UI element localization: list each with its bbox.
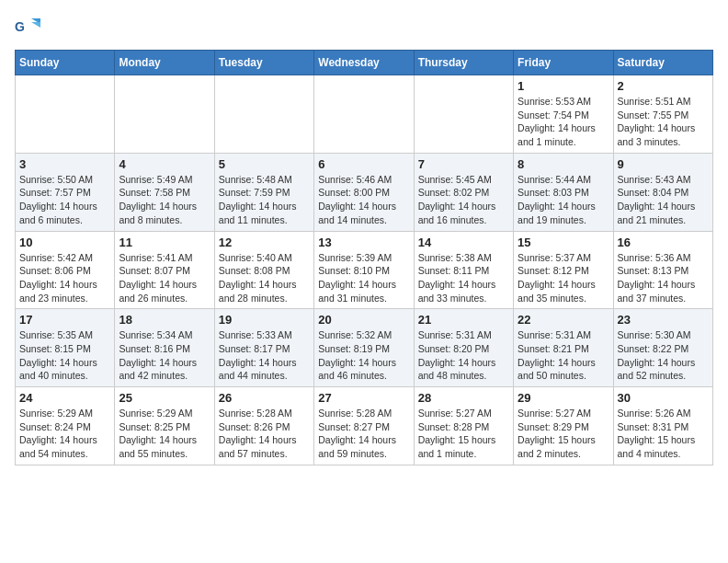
calendar-cell: 11Sunrise: 5:41 AM Sunset: 8:07 PM Dayli… — [115, 231, 214, 309]
day-info: Sunrise: 5:28 AM Sunset: 8:27 PM Dayligh… — [318, 407, 409, 461]
day-info: Sunrise: 5:29 AM Sunset: 8:24 PM Dayligh… — [19, 407, 110, 461]
day-info: Sunrise: 5:51 AM Sunset: 7:55 PM Dayligh… — [618, 95, 709, 149]
calendar-cell: 4Sunrise: 5:49 AM Sunset: 7:58 PM Daylig… — [115, 153, 214, 231]
day-info: Sunrise: 5:28 AM Sunset: 8:26 PM Dayligh… — [219, 407, 310, 461]
day-info: Sunrise: 5:33 AM Sunset: 8:17 PM Dayligh… — [219, 328, 310, 383]
day-info: Sunrise: 5:41 AM Sunset: 8:07 PM Dayligh… — [119, 251, 210, 305]
calendar-cell: 26Sunrise: 5:28 AM Sunset: 8:26 PM Dayli… — [214, 387, 313, 465]
day-number: 5 — [219, 157, 310, 171]
day-info: Sunrise: 5:40 AM Sunset: 8:08 PM Dayligh… — [219, 251, 310, 305]
day-info: Sunrise: 5:29 AM Sunset: 8:25 PM Dayligh… — [119, 407, 210, 461]
day-header-saturday: Saturday — [613, 51, 712, 75]
day-number: 20 — [318, 313, 409, 327]
day-header-wednesday: Wednesday — [314, 51, 414, 75]
day-info: Sunrise: 5:46 AM Sunset: 8:00 PM Dayligh… — [318, 173, 409, 227]
day-number: 29 — [518, 391, 609, 405]
calendar-cell: 23Sunrise: 5:30 AM Sunset: 8:22 PM Dayli… — [613, 309, 712, 387]
calendar-cell — [115, 75, 214, 154]
day-number: 15 — [518, 236, 609, 249]
day-info: Sunrise: 5:44 AM Sunset: 8:03 PM Dayligh… — [518, 173, 609, 227]
calendar-cell: 7Sunrise: 5:45 AM Sunset: 8:02 PM Daylig… — [414, 153, 513, 231]
day-number: 6 — [318, 157, 409, 171]
day-info: Sunrise: 5:31 AM Sunset: 8:20 PM Dayligh… — [418, 328, 509, 383]
day-number: 11 — [119, 236, 210, 249]
day-number: 19 — [219, 313, 310, 327]
day-info: Sunrise: 5:45 AM Sunset: 8:02 PM Dayligh… — [418, 173, 509, 227]
day-number: 22 — [518, 313, 609, 327]
day-number: 3 — [19, 157, 110, 171]
calendar-cell: 29Sunrise: 5:27 AM Sunset: 8:29 PM Dayli… — [514, 387, 613, 465]
day-number: 28 — [418, 391, 509, 405]
calendar-cell: 30Sunrise: 5:26 AM Sunset: 8:31 PM Dayli… — [613, 387, 712, 465]
calendar-cell: 17Sunrise: 5:35 AM Sunset: 8:15 PM Dayli… — [16, 309, 115, 387]
calendar-cell: 5Sunrise: 5:48 AM Sunset: 7:59 PM Daylig… — [214, 153, 313, 231]
calendar-cell: 28Sunrise: 5:27 AM Sunset: 8:28 PM Dayli… — [414, 387, 513, 465]
day-info: Sunrise: 5:26 AM Sunset: 8:31 PM Dayligh… — [618, 407, 709, 461]
day-info: Sunrise: 5:49 AM Sunset: 7:58 PM Dayligh… — [119, 173, 210, 227]
day-number: 7 — [418, 157, 509, 171]
day-info: Sunrise: 5:48 AM Sunset: 7:59 PM Dayligh… — [219, 173, 310, 227]
calendar-cell: 15Sunrise: 5:37 AM Sunset: 8:12 PM Dayli… — [514, 231, 613, 309]
calendar-cell: 8Sunrise: 5:44 AM Sunset: 8:03 PM Daylig… — [514, 153, 613, 231]
day-number: 4 — [119, 157, 210, 171]
calendar-table: SundayMondayTuesdayWednesdayThursdayFrid… — [15, 50, 713, 465]
day-info: Sunrise: 5:50 AM Sunset: 7:57 PM Dayligh… — [19, 173, 110, 227]
day-info: Sunrise: 5:27 AM Sunset: 8:29 PM Dayligh… — [518, 407, 609, 461]
svg-text:G: G — [15, 19, 25, 34]
day-header-friday: Friday — [514, 51, 613, 75]
calendar-cell: 12Sunrise: 5:40 AM Sunset: 8:08 PM Dayli… — [214, 231, 313, 309]
calendar-cell: 10Sunrise: 5:42 AM Sunset: 8:06 PM Dayli… — [16, 231, 115, 309]
logo: G — [15, 15, 44, 40]
calendar-cell: 3Sunrise: 5:50 AM Sunset: 7:57 PM Daylig… — [16, 153, 115, 231]
calendar-cell — [414, 75, 513, 154]
day-number: 21 — [418, 313, 509, 327]
calendar-cell — [314, 75, 414, 154]
calendar-cell: 13Sunrise: 5:39 AM Sunset: 8:10 PM Dayli… — [314, 231, 414, 309]
day-info: Sunrise: 5:27 AM Sunset: 8:28 PM Dayligh… — [418, 407, 509, 461]
day-info: Sunrise: 5:35 AM Sunset: 8:15 PM Dayligh… — [19, 328, 110, 383]
day-number: 13 — [318, 236, 409, 249]
day-info: Sunrise: 5:30 AM Sunset: 8:22 PM Dayligh… — [618, 328, 709, 383]
day-number: 17 — [19, 313, 110, 327]
day-number: 30 — [618, 391, 709, 405]
calendar-cell: 24Sunrise: 5:29 AM Sunset: 8:24 PM Dayli… — [16, 387, 115, 465]
day-info: Sunrise: 5:38 AM Sunset: 8:11 PM Dayligh… — [418, 251, 509, 305]
day-header-sunday: Sunday — [16, 51, 115, 75]
day-number: 10 — [19, 236, 110, 249]
day-info: Sunrise: 5:37 AM Sunset: 8:12 PM Dayligh… — [518, 251, 609, 305]
day-info: Sunrise: 5:36 AM Sunset: 8:13 PM Dayligh… — [618, 251, 709, 305]
day-number: 27 — [318, 391, 409, 405]
calendar-cell — [214, 75, 313, 154]
day-info: Sunrise: 5:39 AM Sunset: 8:10 PM Dayligh… — [318, 251, 409, 305]
day-info: Sunrise: 5:31 AM Sunset: 8:21 PM Dayligh… — [518, 328, 609, 383]
day-number: 2 — [618, 79, 709, 93]
day-info: Sunrise: 5:34 AM Sunset: 8:16 PM Dayligh… — [119, 328, 210, 383]
day-number: 23 — [618, 313, 709, 327]
calendar-cell: 19Sunrise: 5:33 AM Sunset: 8:17 PM Dayli… — [214, 309, 313, 387]
calendar-cell: 18Sunrise: 5:34 AM Sunset: 8:16 PM Dayli… — [115, 309, 214, 387]
calendar-cell: 25Sunrise: 5:29 AM Sunset: 8:25 PM Dayli… — [115, 387, 214, 465]
calendar-cell: 22Sunrise: 5:31 AM Sunset: 8:21 PM Dayli… — [514, 309, 613, 387]
day-number: 14 — [418, 236, 509, 249]
day-number: 24 — [19, 391, 110, 405]
day-info: Sunrise: 5:53 AM Sunset: 7:54 PM Dayligh… — [518, 95, 609, 149]
day-header-tuesday: Tuesday — [214, 51, 313, 75]
calendar-cell: 2Sunrise: 5:51 AM Sunset: 7:55 PM Daylig… — [613, 75, 712, 154]
calendar-cell: 20Sunrise: 5:32 AM Sunset: 8:19 PM Dayli… — [314, 309, 414, 387]
page-header: G — [15, 15, 713, 40]
day-number: 1 — [518, 79, 609, 93]
day-header-thursday: Thursday — [414, 51, 513, 75]
day-number: 26 — [219, 391, 310, 405]
svg-marker-2 — [31, 22, 40, 28]
calendar-cell: 21Sunrise: 5:31 AM Sunset: 8:20 PM Dayli… — [414, 309, 513, 387]
day-number: 25 — [119, 391, 210, 405]
calendar-week-4: 17Sunrise: 5:35 AM Sunset: 8:15 PM Dayli… — [16, 309, 713, 387]
calendar-week-3: 10Sunrise: 5:42 AM Sunset: 8:06 PM Dayli… — [16, 231, 713, 309]
day-info: Sunrise: 5:43 AM Sunset: 8:04 PM Dayligh… — [618, 173, 709, 227]
calendar-cell: 9Sunrise: 5:43 AM Sunset: 8:04 PM Daylig… — [613, 153, 712, 231]
calendar-week-2: 3Sunrise: 5:50 AM Sunset: 7:57 PM Daylig… — [16, 153, 713, 231]
calendar-cell: 6Sunrise: 5:46 AM Sunset: 8:00 PM Daylig… — [314, 153, 414, 231]
day-info: Sunrise: 5:32 AM Sunset: 8:19 PM Dayligh… — [318, 328, 409, 383]
day-number: 16 — [618, 236, 709, 249]
calendar-header-row: SundayMondayTuesdayWednesdayThursdayFrid… — [16, 51, 713, 75]
